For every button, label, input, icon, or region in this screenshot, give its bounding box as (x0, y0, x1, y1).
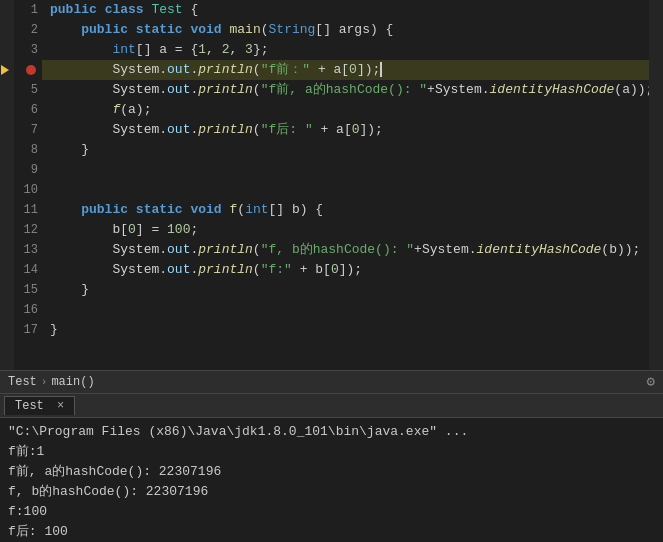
console-tab-label: Test (15, 399, 44, 413)
tab-name: Test (8, 370, 37, 394)
method-italic-token: println (198, 262, 253, 277)
gutter-line-6: 6 (14, 100, 38, 120)
method-italic-token: println (198, 242, 253, 257)
method-italic-token: identityHashCode (490, 82, 615, 97)
plain-token: (a)); (614, 82, 649, 97)
code-line-13: System.out.println("f, b的hashCode(): "+S… (42, 240, 649, 260)
plain-token: } (50, 322, 58, 337)
breadcrumb: Test › main() (8, 370, 95, 394)
code-lines-container[interactable]: public class Test { public static void m… (42, 0, 649, 370)
type-token: int (112, 42, 135, 57)
plain-token: ( (253, 262, 261, 277)
gutter-line-17: 17 (14, 320, 38, 340)
console-line-4: f:100 (8, 502, 655, 522)
code-line-8: } (42, 140, 649, 160)
plain-token: ( (253, 62, 261, 77)
plain-token: , (229, 42, 245, 57)
field-token: out (167, 62, 190, 77)
gutter-line-3: 3 (14, 40, 38, 60)
plain-token (222, 202, 230, 217)
plain-token: ; (190, 222, 198, 237)
console-tab-close[interactable]: × (57, 399, 64, 413)
console-output: "C:\Program Files (x86)\Java\jdk1.8.0_10… (0, 418, 663, 542)
plain-token: [] a = { (136, 42, 198, 57)
number-token: 0 (331, 262, 339, 277)
console-tab-bar: Test × (0, 394, 663, 418)
breakpoint-dot (26, 65, 36, 75)
gutter-line-11: 11 (14, 200, 38, 220)
code-line-5: System.out.println("f前, a的hashCode(): "+… (42, 80, 649, 100)
plain-token: ]); (339, 262, 362, 277)
code-line-3: int[] a = {1, 2, 3}; (42, 40, 649, 60)
plain-token: [] b) { (269, 202, 324, 217)
method-token: main (230, 22, 261, 37)
plain-token: }; (253, 42, 269, 57)
console-line-2: f前, a的hashCode(): 22307196 (8, 462, 655, 482)
keyword-token: public (50, 2, 97, 17)
code-line-16 (42, 300, 649, 320)
code-line-12: b[0] = 100; (42, 220, 649, 240)
cursor (380, 62, 390, 77)
plain-token: [] args) { (315, 22, 393, 37)
plain-token: } (81, 282, 89, 297)
plain-token: ]); (360, 122, 383, 137)
plain-token (128, 22, 136, 37)
plain-token (97, 2, 105, 17)
gutter-line-9: 9 (14, 160, 38, 180)
code-line-10 (42, 180, 649, 200)
debug-arrow-icon (1, 65, 9, 75)
plain-token: { (183, 2, 199, 17)
field-token: out (167, 262, 190, 277)
code-line-14: System.out.println("f:" + b[0]); (42, 260, 649, 280)
keyword-token: void (190, 202, 221, 217)
chevron-icon: › (41, 370, 48, 394)
keyword-token: static (136, 202, 183, 217)
code-line-2: public static void main(String[] args) { (42, 20, 649, 40)
keyword-token: static (136, 22, 183, 37)
plain-token (222, 22, 230, 37)
plain-token: b[ (112, 222, 128, 237)
plain-token: System. (112, 262, 167, 277)
console-line-5: f后: 100 (8, 522, 655, 542)
line-number-gutter: 123567891011121314151617 (14, 0, 42, 370)
plain-token: (a); (120, 102, 151, 117)
editor-scrollbar[interactable] (649, 0, 663, 370)
string-token: "f后: " (261, 122, 313, 137)
string-token: "f, b的hashCode(): " (261, 242, 414, 257)
number-token: 100 (167, 222, 190, 237)
plain-token: } (81, 142, 89, 157)
method-italic-token: identityHashCode (477, 242, 602, 257)
classname-token: Test (151, 2, 182, 17)
number-token: 1 (198, 42, 206, 57)
code-line-11: public static void f(int[] b) { (42, 200, 649, 220)
type-token: String (269, 22, 316, 37)
plain-token (128, 202, 136, 217)
console-line-3: f, b的hashCode(): 22307196 (8, 482, 655, 502)
keyword-token: class (105, 2, 144, 17)
settings-icon[interactable]: ⚙ (647, 370, 655, 394)
number-token: 0 (349, 62, 357, 77)
plain-token: ( (237, 202, 245, 217)
plain-token: + b[ (292, 262, 331, 277)
plain-token: (b)); (601, 242, 640, 257)
gutter-line-4 (14, 60, 38, 80)
code-line-4: System.out.println("f前：" + a[0]); (42, 60, 649, 80)
gutter-line-12: 12 (14, 220, 38, 240)
number-token: 0 (128, 222, 136, 237)
plain-token: ( (253, 122, 261, 137)
code-line-15: } (42, 280, 649, 300)
status-bar: Test › main() ⚙ (0, 370, 663, 394)
keyword-token: public (81, 202, 128, 217)
plain-token: +System. (427, 82, 489, 97)
console-line-0: "C:\Program Files (x86)\Java\jdk1.8.0_10… (8, 422, 655, 442)
field-token: out (167, 242, 190, 257)
code-editor: 123567891011121314151617 public class Te… (0, 0, 663, 370)
plain-token: ( (253, 82, 261, 97)
gutter-line-2: 2 (14, 20, 38, 40)
console-area: Test × "C:\Program Files (x86)\Java\jdk1… (0, 394, 663, 542)
plain-token: ( (261, 22, 269, 37)
breadcrumb-method: main() (51, 370, 94, 394)
gutter-line-5: 5 (14, 80, 38, 100)
console-tab[interactable]: Test × (4, 396, 75, 415)
plain-token: System. (112, 82, 167, 97)
